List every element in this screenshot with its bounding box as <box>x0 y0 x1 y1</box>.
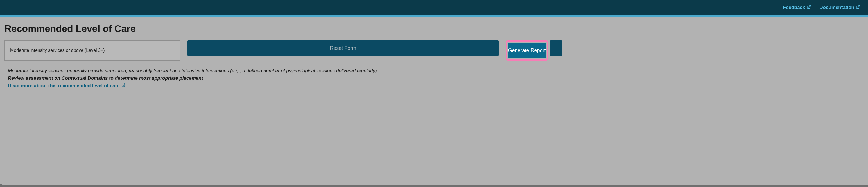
result-text: Moderate intensity services or above (Le… <box>10 48 105 53</box>
result-box: Moderate intensity services or above (Le… <box>4 40 180 60</box>
highlight-ring: Generate Report <box>506 40 548 60</box>
description-line-2: Review assessment on Contextual Domains … <box>8 75 860 82</box>
generate-report-group: Generate Report <box>506 40 864 60</box>
svg-line-2 <box>123 84 125 86</box>
caret-down-icon <box>554 46 558 50</box>
topbar: Feedback Documentation <box>0 0 868 15</box>
reset-form-button[interactable]: Reset Form <box>187 40 499 56</box>
left-shadow <box>0 184 2 187</box>
read-more-link[interactable]: Read more about this recommended level o… <box>8 82 126 89</box>
read-more-label: Read more about this recommended level o… <box>8 82 120 89</box>
documentation-label: Documentation <box>819 5 854 10</box>
external-link-icon <box>856 5 860 10</box>
generate-report-dropdown-button[interactable] <box>550 40 562 56</box>
reset-label: Reset Form <box>330 45 356 51</box>
description-block: Moderate intensity services generally pr… <box>4 67 864 89</box>
documentation-link[interactable]: Documentation <box>819 5 860 10</box>
feedback-label: Feedback <box>783 5 805 10</box>
external-link-icon <box>121 82 126 89</box>
content-area: Recommended Level of Care Moderate inten… <box>0 17 868 96</box>
page-title: Recommended Level of Care <box>4 23 864 34</box>
generate-label: Generate Report <box>508 48 546 54</box>
description-line-1: Moderate intensity services generally pr… <box>8 67 860 75</box>
generate-report-button[interactable]: Generate Report <box>508 43 546 58</box>
controls-row: Moderate intensity services or above (Le… <box>4 40 864 60</box>
bottom-shadow <box>0 185 868 187</box>
svg-line-1 <box>858 5 860 7</box>
svg-line-0 <box>809 5 811 7</box>
feedback-link[interactable]: Feedback <box>783 5 811 10</box>
external-link-icon <box>807 5 811 10</box>
